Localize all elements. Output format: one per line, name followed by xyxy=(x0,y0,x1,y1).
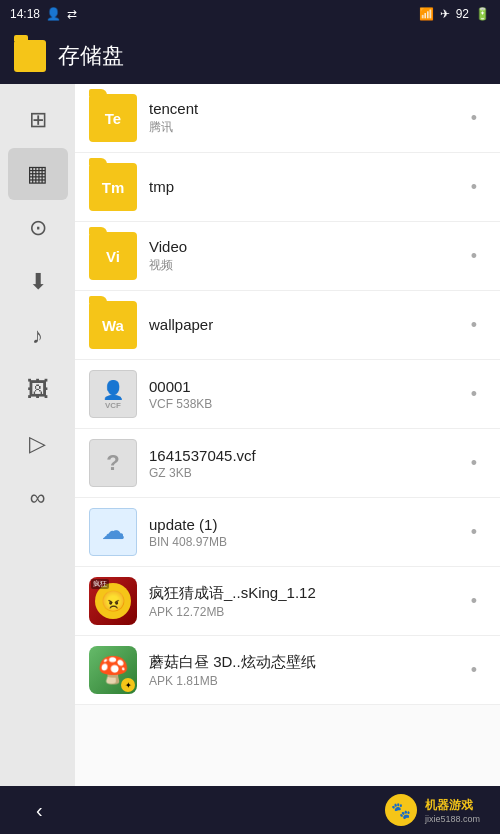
battery-icon: 🔋 xyxy=(475,7,490,21)
file-info-video: Video 视频 xyxy=(149,238,450,274)
sidebar-item-video[interactable]: ▷ xyxy=(8,418,68,470)
list-item[interactable]: Wa wallpaper • xyxy=(75,291,500,360)
list-item[interactable]: 👤 VCF 00001 VCF 538KB • xyxy=(75,360,500,429)
file-info-tmp: tmp xyxy=(149,178,450,197)
status-time: 14:18 xyxy=(10,7,40,21)
folder-thumb-tmp: Tm xyxy=(89,163,137,211)
bottom-nav: ‹ 🐾 机器游戏 jixie5188.com xyxy=(0,786,500,834)
file-info-00001: 00001 VCF 538KB xyxy=(149,378,450,411)
file-name: 蘑菇白昼 3D..炫动态壁纸 xyxy=(149,653,450,672)
sidebar: ⊞ ▦ ⊙ ⬇ ♪ 🖼 ▷ ∞ xyxy=(0,84,75,786)
file-info-update: update (1) BIN 408.97MB xyxy=(149,516,450,549)
apk-thumb-choujiang: 😠 疯狂 xyxy=(89,577,137,625)
file-meta: VCF 538KB xyxy=(149,397,450,411)
file-meta: APK 12.72MB xyxy=(149,605,450,619)
file-info-app1: 疯狂猜成语_..sKing_1.12 APK 12.72MB xyxy=(149,584,450,619)
sidebar-item-music[interactable]: ♪ xyxy=(8,310,68,362)
main-layout: ⊞ ▦ ⊙ ⬇ ♪ 🖼 ▷ ∞ Te tence xyxy=(0,84,500,786)
file-name: wallpaper xyxy=(149,316,450,333)
folder-thumb-wallpaper: Wa xyxy=(89,301,137,349)
list-item[interactable]: Te tencent 腾讯 • xyxy=(75,84,500,153)
file-name: Video xyxy=(149,238,450,255)
more-icon[interactable]: • xyxy=(462,246,486,267)
gz-thumb: ? xyxy=(89,439,137,487)
status-bar: 14:18 👤 ⇄ 📶 ✈ 92 🔋 xyxy=(0,0,500,28)
file-name: tencent xyxy=(149,100,450,117)
status-right: 📶 ✈ 92 🔋 xyxy=(419,7,490,21)
file-name: update (1) xyxy=(149,516,450,533)
list-item[interactable]: Tm tmp • xyxy=(75,153,500,222)
file-name: 1641537045.vcf xyxy=(149,447,450,464)
list-item[interactable]: ? 1641537045.vcf GZ 3KB • xyxy=(75,429,500,498)
back-button[interactable]: ‹ xyxy=(20,791,59,830)
files-icon: ▦ xyxy=(27,161,48,187)
list-item[interactable]: Vi Video 视频 • xyxy=(75,222,500,291)
sidebar-item-files[interactable]: ▦ xyxy=(8,148,68,200)
bottom-logo: 🐾 机器游戏 jixie5188.com xyxy=(385,794,480,826)
page-title: 存储盘 xyxy=(58,41,124,71)
photo-icon: 🖼 xyxy=(27,377,49,403)
sidebar-item-network[interactable]: ⊞ xyxy=(8,94,68,146)
vcf-thumb-00001: 👤 VCF xyxy=(89,370,137,418)
file-name: 疯狂猜成语_..sKing_1.12 xyxy=(149,584,450,603)
usb-icon: ⇄ xyxy=(67,7,77,21)
more-icon[interactable]: • xyxy=(462,522,486,543)
other-icon: ∞ xyxy=(30,485,46,511)
more-icon[interactable]: • xyxy=(462,315,486,336)
wifi-icon: 📶 xyxy=(419,7,434,21)
more-icon[interactable]: • xyxy=(462,453,486,474)
list-item[interactable]: 🍄 ✦ 蘑菇白昼 3D..炫动态壁纸 APK 1.81MB • xyxy=(75,636,500,705)
file-info-wallpaper: wallpaper xyxy=(149,316,450,335)
more-icon[interactable]: • xyxy=(462,591,486,612)
update-thumb: ☁ xyxy=(89,508,137,556)
folder-thumb-video: Vi xyxy=(89,232,137,280)
file-info-app2: 蘑菇白昼 3D..炫动态壁纸 APK 1.81MB xyxy=(149,653,450,688)
file-name: tmp xyxy=(149,178,450,195)
more-icon[interactable]: • xyxy=(462,384,486,405)
file-meta: 腾讯 xyxy=(149,119,450,136)
title-folder-icon xyxy=(14,40,46,72)
more-icon[interactable]: • xyxy=(462,108,486,129)
more-icon[interactable]: • xyxy=(462,177,486,198)
logo-sub: jixie5188.com xyxy=(425,814,480,824)
file-info-tencent: tencent 腾讯 xyxy=(149,100,450,136)
camera-icon: ⊙ xyxy=(29,215,47,241)
file-name: 00001 xyxy=(149,378,450,395)
file-meta: GZ 3KB xyxy=(149,466,450,480)
file-meta: 视频 xyxy=(149,257,450,274)
video-icon: ▷ xyxy=(29,431,46,457)
title-bar: 存储盘 xyxy=(0,28,500,84)
content-area[interactable]: Te tencent 腾讯 • Tm tmp • Vi V xyxy=(75,84,500,786)
list-item[interactable]: ☁ update (1) BIN 408.97MB • xyxy=(75,498,500,567)
person-icon: 👤 xyxy=(46,7,61,21)
airplane-icon: ✈ xyxy=(440,7,450,21)
sidebar-item-download[interactable]: ⬇ xyxy=(8,256,68,308)
file-meta: APK 1.81MB xyxy=(149,674,450,688)
list-item[interactable]: 😠 疯狂 疯狂猜成语_..sKing_1.12 APK 12.72MB • xyxy=(75,567,500,636)
battery-label: 92 xyxy=(456,7,469,21)
file-meta: BIN 408.97MB xyxy=(149,535,450,549)
status-left: 14:18 👤 ⇄ xyxy=(10,7,77,21)
sidebar-item-other[interactable]: ∞ xyxy=(8,472,68,524)
music-icon: ♪ xyxy=(32,323,43,349)
folder-thumb-tencent: Te xyxy=(89,94,137,142)
sidebar-item-photo[interactable]: 🖼 xyxy=(8,364,68,416)
logo-text: 机器游戏 xyxy=(425,797,480,814)
file-info-vcf2: 1641537045.vcf GZ 3KB xyxy=(149,447,450,480)
download-icon: ⬇ xyxy=(29,269,47,295)
more-icon[interactable]: • xyxy=(462,660,486,681)
sidebar-item-camera[interactable]: ⊙ xyxy=(8,202,68,254)
network-icon: ⊞ xyxy=(29,107,47,133)
apk-thumb-mogu: 🍄 ✦ xyxy=(89,646,137,694)
